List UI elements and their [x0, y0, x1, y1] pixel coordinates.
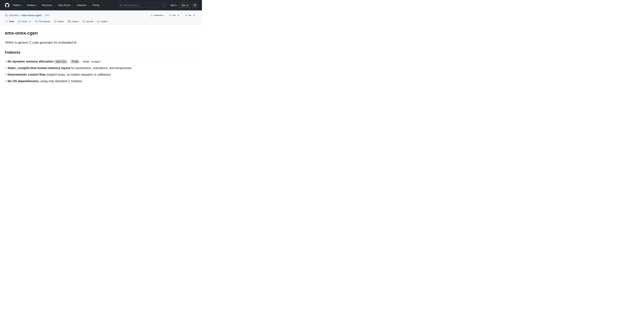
repo-icon [5, 14, 8, 16]
feature-item: •No OS dependencies, using only standard… [5, 79, 195, 83]
tab-projects[interactable]: Projects [66, 19, 81, 25]
nav-menu-label: Resources [42, 4, 52, 6]
feature-item: •Static, compile-time known memory layou… [5, 66, 195, 70]
tab-pull-requests[interactable]: Pull requests [33, 19, 52, 25]
chevron-down-icon [36, 5, 38, 6]
tab-label: Projects [72, 20, 79, 23]
tab-issues[interactable]: Issues 1 [16, 19, 33, 25]
star-button[interactable]: Star 3 [183, 13, 197, 17]
github-logo-icon[interactable] [5, 3, 10, 7]
chevron-down-icon [71, 5, 73, 6]
breadcrumb: emmtrix / emx-onnx-cgen Public Notificat… [0, 13, 202, 17]
code-span: free [70, 60, 79, 63]
nav-menu-label: Open Source [58, 4, 70, 6]
graph-icon [97, 20, 100, 23]
button-label: Notifications [154, 14, 164, 16]
shield-icon [82, 20, 85, 23]
readme-title: emx-onnx-cgen [5, 30, 195, 37]
search-placeholder: Search or jump to... [124, 4, 140, 6]
issue-opened-icon [18, 20, 20, 23]
feature-item: •Deterministic control flow (explicit lo… [5, 73, 195, 76]
repo-actions: Notifications Fork 0 Star 3 [149, 13, 197, 17]
primary-nav: Platform Solutions Resources Open Source… [13, 4, 99, 6]
chevron-down-icon [87, 5, 89, 6]
repo-tabs: Code Issues 1 Pull requests Actions Proj… [0, 19, 202, 25]
nav-menu-open-source[interactable]: Open Source [58, 4, 73, 6]
sign-up-button[interactable]: Sign up [180, 3, 190, 7]
star-count: 3 [192, 14, 196, 16]
top-navigation: Platform Solutions Resources Open Source… [0, 0, 202, 10]
tab-actions[interactable]: Actions [52, 19, 66, 25]
chevron-down-icon [53, 5, 54, 6]
button-label: Star [188, 14, 192, 16]
repo-name-link[interactable]: emx-onnx-cgen [22, 14, 42, 17]
features-list: •No dynamic memory allocation (malloc, f… [5, 60, 195, 83]
nav-menu-pricing[interactable]: Pricing [93, 4, 99, 6]
tab-code[interactable]: Code [4, 19, 16, 25]
nav-menu-label: Enterprise [77, 4, 86, 6]
bullet-marker: • [5, 67, 6, 70]
features-heading: Features [5, 50, 195, 56]
search-input[interactable]: Search or jump to... / [118, 3, 166, 7]
nav-menu-label: Solutions [27, 4, 36, 6]
notifications-button[interactable]: Notifications [149, 13, 166, 17]
chevron-down-icon [22, 5, 23, 6]
nav-menu-enterprise[interactable]: Enterprise [77, 4, 89, 6]
git-pull-request-icon [35, 20, 38, 23]
fork-count: 0 [177, 14, 180, 16]
bullet-marker: • [5, 73, 6, 76]
tab-label: Pull requests [39, 20, 50, 23]
button-label: Fork [172, 14, 176, 16]
bell-icon [150, 14, 153, 16]
tab-count: 1 [28, 20, 32, 23]
feature-item: •No dynamic memory allocation (malloc, f… [5, 60, 195, 63]
nav-menu-label: Platform [13, 4, 21, 6]
bullet-marker: • [5, 80, 6, 83]
code-icon [6, 20, 8, 23]
fork-icon [169, 14, 171, 16]
fork-button[interactable]: Fork 0 [167, 13, 182, 17]
tab-label: Code [9, 20, 14, 23]
tab-label: Insights [100, 20, 108, 23]
repo-owner-link[interactable]: emmtrix [9, 14, 19, 17]
appearance-settings-button[interactable] [192, 3, 197, 7]
tab-insights[interactable]: Insights [95, 19, 109, 25]
nav-menu-resources[interactable]: Resources [42, 4, 54, 6]
star-icon [185, 14, 187, 16]
code-span: malloc [55, 60, 67, 63]
nav-menu-label: Pricing [93, 4, 99, 6]
nav-menu-solutions[interactable]: Solutions [27, 4, 38, 6]
search-shortcut-key: / [163, 4, 166, 7]
play-icon [54, 20, 56, 23]
breadcrumb-separator: / [20, 14, 20, 17]
tab-label: Actions [58, 20, 64, 23]
table-icon [68, 20, 70, 23]
repo-header: emmtrix / emx-onnx-cgen Public Notificat… [0, 10, 202, 25]
search-icon [120, 4, 122, 6]
tab-security[interactable]: Security [81, 19, 95, 25]
tab-label: Security [86, 20, 93, 23]
readme-content: emx-onnx-cgen ONNX to generic C code gen… [5, 25, 195, 83]
nav-menu-platform[interactable]: Platform [13, 4, 23, 6]
readme-description: ONNX to generic C code generator for emb… [5, 41, 195, 44]
visibility-badge: Public [43, 14, 51, 17]
sign-in-link[interactable]: Sign in [170, 4, 177, 6]
bullet-marker: • [5, 60, 6, 63]
tab-label: Issues [22, 20, 27, 23]
sliders-icon [194, 4, 196, 6]
